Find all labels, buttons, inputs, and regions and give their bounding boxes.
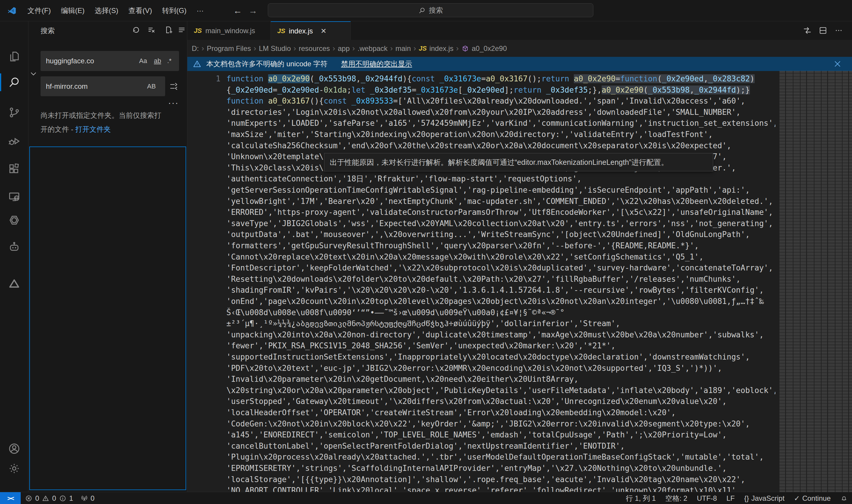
activity-ring-extension[interactable] [0, 210, 29, 231]
code-row: 'shadingFromIR','kvPairs','\x20\x20\x20\… [226, 285, 764, 296]
code-row: 'Cannot\x20replace\x20text\x20in\x20a\x2… [226, 252, 704, 263]
activity-run-debug[interactable] [0, 130, 29, 152]
code-row: 'localHeaderOffset','OPERATOR','createWr… [226, 407, 676, 418]
eol[interactable]: LF [726, 494, 735, 503]
compare-icon[interactable] [802, 26, 812, 35]
activity-extensions[interactable] [0, 158, 29, 180]
activity-search[interactable] [0, 72, 29, 93]
clear-search-results-icon[interactable] [147, 25, 156, 34]
menu-item-2[interactable]: 选择(S) [90, 2, 123, 19]
code-row: ±²³´µ¶·¸¹º»¼½¾¿აბგდევზთიკლმნოპჟრსტუფქღყშ… [226, 318, 620, 329]
encoding[interactable]: UTF-8 [697, 494, 717, 503]
breadcrumb-separator-icon: › [352, 44, 355, 53]
breadcrumb-separator-icon: › [333, 44, 335, 53]
warning-icon [42, 494, 50, 502]
error-icon [25, 494, 33, 502]
match-case-toggle[interactable]: Aa [139, 51, 147, 71]
remote-indicator[interactable]: >< [0, 492, 21, 504]
code-row: 'ERRORED','https-proxy-agent','validateC… [226, 207, 773, 218]
problems-status[interactable]: 0 0 1 [25, 492, 73, 504]
code-row: 'authenticateConnection','18日','Rfraktur… [226, 174, 581, 185]
code-row: 'PDF\x20to\x20text','euc-jp','JBIG2\x20e… [226, 363, 722, 374]
code-row: 'formatters','getGpuSurveyResultThroughS… [226, 240, 699, 252]
banner-text: 本文档包含许多不明确的 unicode 字符 [206, 59, 327, 69]
command-center-search[interactable]: 搜索 [268, 3, 593, 17]
activity-delta-extension[interactable] [0, 273, 29, 294]
code-row: \x20string\x20or\x20a\x20parameter\x20ob… [226, 385, 775, 396]
breadcrumb-symbol[interactable]: a0_0x2e90 [472, 44, 507, 53]
banner-close-icon[interactable] [833, 59, 842, 68]
indentation[interactable]: 空格: 2 [665, 494, 687, 503]
bell-icon[interactable] [840, 494, 848, 502]
activity-remote-explorer[interactable] [0, 186, 29, 208]
activity-bar [0, 21, 29, 492]
minimap[interactable] [779, 71, 852, 492]
breadcrumb-separator-icon: › [456, 44, 459, 53]
replace-input[interactable] [46, 76, 121, 96]
search-results-focus-box[interactable] [29, 146, 186, 490]
tab-index.js[interactable]: JSindex.js✕ [271, 21, 351, 40]
code-row: 'fewer','PKIX_RSA_PKCS1V15_2048_SHA256',… [226, 340, 616, 352]
menu-item-5[interactable]: ··· [192, 2, 209, 19]
editor-code-area[interactable]: 1 function a0_0x2e90(_0x553b98,_0x2944fd… [187, 71, 775, 492]
code-row: 'EPROMISERETRY','strings','ScaffoldingIn… [226, 463, 727, 474]
more-actions-icon[interactable] [834, 26, 844, 35]
menu-item-0[interactable]: 文件(F) [22, 2, 56, 19]
breadcrumb-item[interactable]: Program Files [207, 44, 251, 53]
forward-button[interactable]: → [249, 6, 257, 16]
open-folder-link[interactable]: 打开文件夹 [75, 125, 111, 133]
info-icon [59, 494, 67, 502]
code-row: 'Plugin\x20process\x20already\x20attache… [226, 452, 764, 463]
code-row: 'CodeGen:\x20not\x20in\x20block\x20\x22'… [226, 418, 750, 430]
activity-robot-extension[interactable] [0, 236, 29, 257]
search-input[interactable] [46, 51, 129, 71]
toggle-replace-chevron-icon[interactable] [29, 69, 38, 78]
activity-settings[interactable] [0, 458, 29, 479]
warning-icon [193, 59, 201, 68]
menu-item-4[interactable]: 转到(G) [157, 2, 192, 19]
regex-toggle[interactable]: .* [167, 51, 171, 71]
activity-explorer[interactable] [0, 46, 29, 67]
tab-close-icon[interactable]: ✕ [321, 27, 326, 35]
breadcrumb-item[interactable]: main [395, 44, 411, 53]
js-file-icon: JS [419, 45, 427, 52]
replace-all-icon[interactable] [169, 82, 179, 91]
menu-item-3[interactable]: 查看(V) [123, 2, 157, 19]
code-row: function a0_0x2e90(_0x553b98,_0x2944fd){… [226, 73, 755, 85]
language-mode[interactable]: {}JavaScript [744, 494, 784, 503]
code-row: 'Resetting\x20downloads\x20folder\x20to\… [226, 274, 741, 285]
activity-account[interactable] [0, 438, 29, 459]
breadcrumb-item[interactable]: resources [298, 44, 330, 53]
unicode-warning-banner: 本文档包含许多不明确的 unicode 字符 禁用不明确的突出显示 [187, 57, 852, 71]
ports-status[interactable]: 0 [80, 492, 94, 504]
search-details-toggle[interactable]: ··· [168, 98, 179, 108]
breadcrumb-item[interactable]: app [338, 44, 350, 53]
breadcrumb-item[interactable]: D: [192, 44, 199, 53]
open-new-search-editor-icon[interactable] [164, 25, 173, 34]
activity-source-control[interactable] [0, 102, 29, 123]
code-row: 'directories','Login\x20is\x20not\x20all… [226, 107, 741, 118]
back-button[interactable]: ← [233, 6, 242, 16]
code-row: 'unpacking\x20into\x20a\x20non-directory… [226, 329, 764, 341]
split-editor-icon[interactable] [818, 26, 828, 35]
js-file-icon: JS [277, 27, 285, 35]
editor-tab-bar: JSmain_window.jsJSindex.js✕ [187, 21, 852, 40]
refresh-icon[interactable] [132, 25, 141, 34]
tab-label: index.js [289, 27, 313, 35]
menu-item-1[interactable]: 编辑(E) [56, 2, 90, 19]
code-row: 'onEnd','page\x20count\x20in\x20top\x20l… [226, 296, 764, 307]
code-row: 'FontDescriptor','keepFolderWatched','\x… [226, 263, 773, 274]
view-as-list-icon[interactable] [177, 25, 186, 34]
search-icon [418, 6, 426, 14]
continue-extension-status[interactable]: ✓Continue [794, 494, 831, 503]
breadcrumb-item[interactable]: index.js [430, 44, 453, 53]
whole-word-toggle[interactable]: ab [154, 51, 161, 71]
breadcrumb-item[interactable]: LM Studio [259, 44, 291, 53]
tab-main_window.js[interactable]: JSmain_window.js [187, 21, 271, 40]
breadcrumb-item[interactable]: .webpack [358, 44, 387, 53]
search-input-box: Aa ab .* [40, 51, 179, 71]
banner-action-link[interactable]: 禁用不明确的突出显示 [341, 59, 412, 69]
cursor-position[interactable]: 行 1, 列 1 [626, 494, 656, 503]
preserve-case-toggle[interactable]: AB [147, 76, 156, 96]
replace-input-box: AB [40, 76, 165, 96]
